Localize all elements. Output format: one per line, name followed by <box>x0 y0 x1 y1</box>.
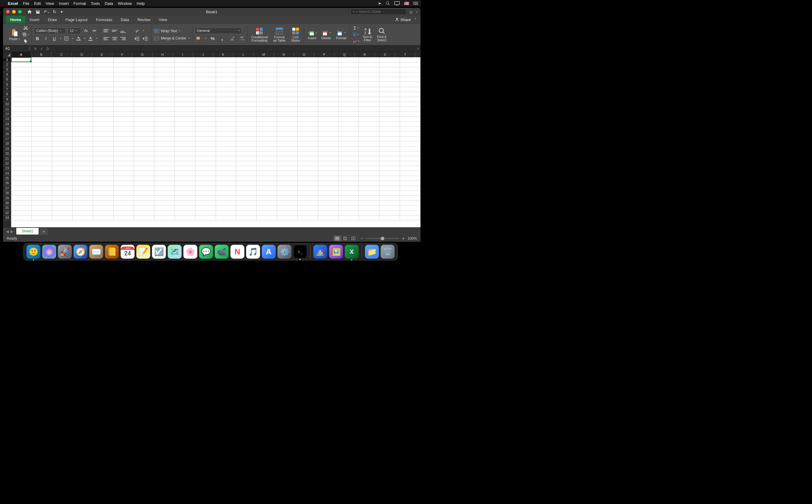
format-painter-icon[interactable] <box>22 39 29 44</box>
row-header-27[interactable]: 27 <box>3 186 11 191</box>
cell[interactable] <box>11 156 32 161</box>
cell[interactable] <box>236 87 257 92</box>
cell[interactable] <box>297 92 318 97</box>
dock-maps[interactable]: 🗺️ <box>168 245 182 259</box>
tab-draw[interactable]: Draw <box>44 16 61 24</box>
tab-review[interactable]: Review <box>133 16 155 24</box>
cell[interactable] <box>93 216 113 220</box>
cell[interactable] <box>93 107 113 112</box>
cell[interactable] <box>175 77 195 82</box>
dock-news[interactable]: N <box>230 245 244 259</box>
cell[interactable] <box>216 102 236 107</box>
cell[interactable] <box>195 176 216 181</box>
cell[interactable] <box>400 136 420 141</box>
cell[interactable] <box>277 82 298 87</box>
cell[interactable] <box>52 206 73 210</box>
cell[interactable] <box>175 176 195 181</box>
cell[interactable] <box>175 210 195 215</box>
cell[interactable] <box>359 176 379 181</box>
cell[interactable] <box>154 117 175 121</box>
cell[interactable] <box>72 131 93 136</box>
cell[interactable] <box>338 176 359 181</box>
cell[interactable] <box>379 141 400 146</box>
cell[interactable] <box>297 131 318 136</box>
cell[interactable] <box>32 161 52 166</box>
cell[interactable] <box>113 216 134 220</box>
cell[interactable] <box>72 62 93 67</box>
cell[interactable] <box>195 97 216 102</box>
cell[interactable] <box>93 126 113 131</box>
cell[interactable] <box>134 200 154 205</box>
cell[interactable] <box>93 82 113 87</box>
cell[interactable] <box>338 131 359 136</box>
cell[interactable] <box>297 171 318 176</box>
cell[interactable] <box>338 166 359 171</box>
cell[interactable] <box>216 57 236 62</box>
cell[interactable] <box>379 126 400 131</box>
cell[interactable] <box>318 136 338 141</box>
cell[interactable] <box>52 57 73 62</box>
align-right-icon[interactable] <box>120 36 126 41</box>
dock-excel[interactable]: X <box>345 245 358 259</box>
cell[interactable] <box>318 196 338 200</box>
cell[interactable] <box>400 176 420 181</box>
cell[interactable] <box>113 200 134 205</box>
cell[interactable] <box>113 117 134 121</box>
cell[interactable] <box>359 97 379 102</box>
cell[interactable] <box>32 126 52 131</box>
select-all-corner[interactable] <box>3 52 11 57</box>
cell[interactable] <box>257 87 277 92</box>
cell[interactable] <box>134 117 154 121</box>
cell[interactable] <box>195 57 216 62</box>
cell[interactable] <box>195 196 216 200</box>
cell[interactable] <box>236 200 257 205</box>
cell[interactable] <box>195 112 216 116</box>
cell[interactable] <box>400 210 420 215</box>
row-header-2[interactable]: 2 <box>3 62 11 67</box>
column-header-M[interactable]: M <box>254 52 274 57</box>
cell[interactable] <box>257 181 277 186</box>
home-icon[interactable] <box>27 9 32 14</box>
cell[interactable] <box>72 57 93 62</box>
collapse-ribbon-icon[interactable]: ⌃ <box>414 17 417 22</box>
cell[interactable] <box>379 216 400 220</box>
cell[interactable] <box>11 77 32 82</box>
orientation-icon[interactable]: ab <box>134 27 140 34</box>
share-button[interactable]: Share <box>395 17 411 22</box>
cell[interactable] <box>134 126 154 131</box>
cell[interactable] <box>134 186 154 191</box>
cell[interactable] <box>257 112 277 116</box>
cell[interactable] <box>72 112 93 116</box>
cell[interactable] <box>113 112 134 116</box>
cell[interactable] <box>257 72 277 77</box>
cell[interactable] <box>154 92 175 97</box>
cell[interactable] <box>318 82 338 87</box>
cell[interactable] <box>277 72 298 77</box>
cell[interactable] <box>359 126 379 131</box>
cell[interactable] <box>400 62 420 67</box>
cell[interactable] <box>72 191 93 196</box>
cell[interactable] <box>297 181 318 186</box>
cell[interactable] <box>93 131 113 136</box>
cell[interactable] <box>154 126 175 131</box>
cell[interactable] <box>236 112 257 116</box>
redo-icon[interactable]: ↻ <box>53 9 56 14</box>
cell[interactable] <box>93 136 113 141</box>
cell[interactable] <box>113 161 134 166</box>
cell[interactable] <box>113 87 134 92</box>
cell[interactable] <box>318 156 338 161</box>
cell[interactable] <box>175 146 195 151</box>
cell[interactable] <box>175 136 195 141</box>
cell[interactable] <box>93 121 113 126</box>
cell[interactable] <box>72 151 93 156</box>
column-header-S[interactable]: S <box>375 52 395 57</box>
cell[interactable] <box>113 171 134 176</box>
cell[interactable] <box>400 186 420 191</box>
cell[interactable] <box>195 121 216 126</box>
cell[interactable] <box>72 210 93 215</box>
cell[interactable] <box>359 216 379 220</box>
cell[interactable] <box>297 216 318 220</box>
cell[interactable] <box>113 166 134 171</box>
cell[interactable] <box>52 72 73 77</box>
cell[interactable] <box>297 102 318 107</box>
